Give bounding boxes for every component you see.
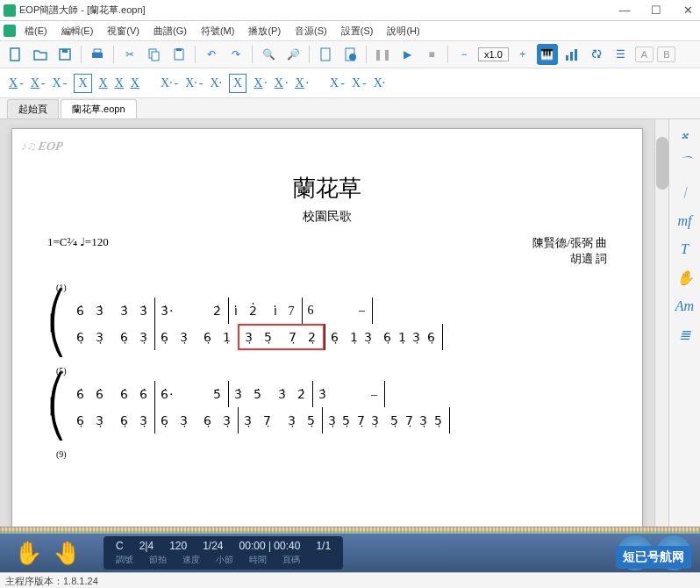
loop-a-button[interactable]: A bbox=[635, 47, 654, 62]
undo-icon[interactable]: ↶ bbox=[201, 44, 222, 65]
stop-icon[interactable]: ■ bbox=[421, 44, 442, 65]
bar[interactable]: 6̇ 3̇ 3̇ 3̇ bbox=[71, 298, 154, 324]
accidental-icon[interactable]: 𝄪 bbox=[682, 126, 688, 142]
bar[interactable]: 6̣ 3̣ 6̣ 3̣ bbox=[154, 407, 239, 434]
rest-1[interactable]: X- bbox=[330, 76, 345, 90]
vertical-scrollbar[interactable] bbox=[654, 119, 668, 527]
bar[interactable]: 6 – bbox=[302, 298, 374, 324]
open-file-icon[interactable] bbox=[30, 44, 51, 65]
menu-symbol[interactable]: 符號(M) bbox=[196, 23, 240, 39]
staff-system: 6̇ 6̇ 6̇ 6̇ 6̇· 5̇ 3̇ 5̇ 3̇ 2̇ 3̇ – 6̣ 3… bbox=[71, 381, 450, 434]
left-hand-icon[interactable]: ✋ bbox=[14, 540, 42, 567]
metronome-icon[interactable]: 🗘 bbox=[586, 44, 607, 65]
bar[interactable]: 6̣ 3̣ 6̣ 3̣ bbox=[71, 324, 154, 350]
menu-help[interactable]: 說明(H) bbox=[382, 23, 425, 39]
right-hand-icon[interactable]: ✋ bbox=[53, 540, 81, 567]
note-duration-5[interactable]: X bbox=[99, 76, 108, 90]
page-refresh-icon[interactable] bbox=[339, 44, 361, 65]
tab-start[interactable]: 起始頁 bbox=[7, 99, 59, 118]
bar[interactable]: 3̇ 5̇ 3̇ 2̇ bbox=[228, 381, 312, 407]
dotted-7[interactable]: X· bbox=[295, 76, 309, 90]
svg-rect-13 bbox=[570, 52, 573, 61]
maximize-button[interactable]: ☐ bbox=[647, 4, 665, 17]
bar-selected[interactable]: 3̣ 5̣ 7̣ 2̣ bbox=[238, 324, 325, 350]
page-icon[interactable] bbox=[315, 44, 336, 65]
fingering-icon[interactable]: ✋ bbox=[676, 269, 694, 286]
menu-play[interactable]: 播放(P) bbox=[243, 23, 286, 39]
chord-icon[interactable]: Am bbox=[675, 298, 694, 314]
note-duration-3[interactable]: X- bbox=[53, 76, 68, 90]
bar[interactable]: i̇ 2̇ i̇ 7 bbox=[228, 298, 302, 324]
zoom-out-icon[interactable]: 🔎 bbox=[282, 44, 304, 65]
menu-file[interactable]: 檔(E) bbox=[19, 23, 53, 39]
note-duration-7[interactable]: X bbox=[131, 76, 139, 90]
version-value: 1.8.1.24 bbox=[63, 576, 98, 586]
menu-edit[interactable]: 編輯(E) bbox=[56, 23, 99, 39]
time-label: 時間 bbox=[249, 554, 267, 566]
note-duration-4[interactable]: X bbox=[74, 74, 91, 93]
menu-sound[interactable]: 音源(S) bbox=[289, 23, 332, 39]
note-duration-1[interactable]: X- bbox=[9, 76, 24, 90]
print-icon[interactable] bbox=[87, 44, 108, 65]
dotted-4[interactable]: X bbox=[229, 74, 246, 93]
scrollbar-thumb[interactable] bbox=[656, 137, 668, 190]
text-icon[interactable]: T bbox=[681, 241, 689, 257]
info-values: C 2|4 120 1/24 00:00 | 00:40 1/1 bbox=[116, 540, 331, 552]
rest-2[interactable]: X- bbox=[352, 76, 367, 90]
save-icon[interactable] bbox=[54, 44, 75, 65]
tie-icon[interactable]: ⌒ bbox=[678, 154, 692, 173]
bass-line: 6̣ 3̣ 6̣ 3̣ 6̣ 3̣ 6̣ 3̣ 3̣ 7̣ 3̣ 5̣ 3̣ 5… bbox=[71, 407, 450, 434]
dynamics-icon[interactable]: mf bbox=[678, 213, 692, 229]
bar[interactable]: 3̣ 5̣ 7̣ 3̣ 5̣ 7̣ 3̣ 5̣ bbox=[322, 407, 450, 434]
version-label: 主程序版本： bbox=[5, 576, 63, 586]
rest-3[interactable]: X· bbox=[374, 76, 386, 90]
redo-icon[interactable]: ↷ bbox=[225, 44, 246, 65]
minimize-button[interactable]: — bbox=[616, 4, 633, 17]
dotted-6[interactable]: X· bbox=[275, 76, 289, 90]
measure-9: (9) bbox=[56, 449, 607, 459]
bar[interactable]: 6̣ 1̣ 3̣ 6̣ 1̣ 3̣ 6̣ bbox=[325, 324, 443, 350]
play-icon[interactable]: ▶ bbox=[396, 44, 418, 65]
dotted-1[interactable]: X·- bbox=[161, 76, 178, 90]
menu-score[interactable]: 曲譜(G) bbox=[148, 23, 192, 39]
song-title: 蘭花草 bbox=[47, 173, 607, 204]
zoom-in-icon[interactable]: 🔍 bbox=[258, 44, 279, 65]
menu-settings[interactable]: 設置(S) bbox=[336, 23, 379, 39]
pause-icon[interactable]: ❚❚ bbox=[372, 44, 393, 65]
close-button[interactable]: ✕ bbox=[679, 4, 696, 17]
tab-file[interactable]: 蘭花草.eopn bbox=[61, 99, 137, 118]
piano-icon[interactable]: 🎹 bbox=[537, 44, 558, 65]
music-sheet[interactable]: EOP 蘭花草 校園民歌 1=C²⁄₄ ♩=120 陳賢德/張弼 曲 胡適 詞 … bbox=[11, 128, 643, 527]
copy-icon[interactable] bbox=[144, 44, 165, 65]
bar[interactable]: 3̇ – bbox=[312, 381, 386, 407]
new-file-icon[interactable] bbox=[5, 44, 26, 65]
sheet-scroll[interactable]: ⬅ EOP 蘭花草 校園民歌 1=C²⁄₄ ♩=120 陳賢德/張弼 曲 胡適 … bbox=[0, 119, 654, 527]
barline-icon[interactable]: 𝄀 bbox=[684, 185, 685, 201]
note-duration-2[interactable]: X- bbox=[31, 76, 46, 90]
paste-icon[interactable] bbox=[168, 44, 189, 65]
separator bbox=[195, 46, 196, 63]
bar[interactable]: 6̣ 3̣ 6̣ 1̣ bbox=[154, 324, 239, 350]
note-duration-6[interactable]: X bbox=[115, 76, 124, 90]
speed-down-icon[interactable]: − bbox=[454, 44, 475, 65]
menu-view[interactable]: 視窗(V) bbox=[102, 23, 145, 39]
dotted-5[interactable]: X· bbox=[254, 76, 268, 90]
bar[interactable]: 6̣ 3̣ 6̣ 3̣ bbox=[71, 407, 154, 434]
dotted-3[interactable]: X· bbox=[210, 76, 222, 90]
bar[interactable]: 6̇ 6̇ 6̇ 6̇ bbox=[71, 381, 154, 407]
bar[interactable]: 3̇· 2̇ bbox=[154, 298, 229, 324]
speed-up-icon[interactable]: + bbox=[512, 44, 533, 65]
svg-point-11 bbox=[349, 54, 356, 61]
measure-5: (5) bbox=[56, 366, 607, 376]
speed-value[interactable]: x1.0 bbox=[478, 47, 509, 61]
lines-icon[interactable]: ≣ bbox=[679, 326, 690, 343]
bar[interactable]: 6̇· 5̇ bbox=[154, 381, 229, 407]
mixer-icon[interactable] bbox=[561, 44, 582, 65]
cut-icon[interactable]: ✂ bbox=[119, 44, 140, 65]
page-label: 頁碼 bbox=[282, 554, 300, 566]
bar[interactable]: 3̣ 7̣ 3̣ 5̣ bbox=[238, 407, 322, 434]
loop-b-button[interactable]: B bbox=[657, 47, 675, 62]
dotted-2[interactable]: X·- bbox=[185, 76, 203, 90]
document-tabs: 起始頁 蘭花草.eopn bbox=[0, 98, 700, 119]
record-icon[interactable]: ☰ bbox=[611, 44, 632, 65]
